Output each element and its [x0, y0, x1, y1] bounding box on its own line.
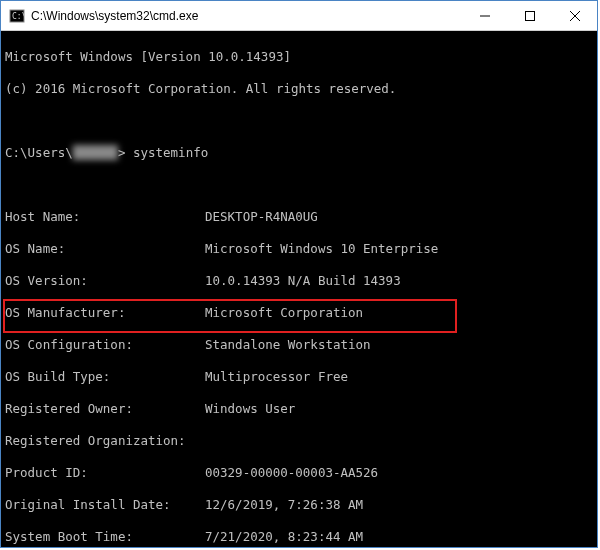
- window-title: C:\Windows\system32\cmd.exe: [31, 9, 462, 23]
- window-controls: [462, 1, 597, 30]
- label-original-install: Original Install Date:: [5, 497, 205, 513]
- row-system-boot: System Boot Time:7/21/2020, 8:23:44 AM: [5, 529, 593, 545]
- row-registered-org: Registered Organization:: [5, 433, 593, 449]
- value-system-boot: 7/21/2020, 8:23:44 AM: [205, 529, 593, 545]
- value-os-manufacturer: Microsoft Corporation: [205, 305, 593, 321]
- row-os-build-type: OS Build Type:Multiprocessor Free: [5, 369, 593, 385]
- titlebar[interactable]: C:\ C:\Windows\system32\cmd.exe: [1, 1, 597, 31]
- label-os-name: OS Name:: [5, 241, 205, 257]
- prompt-user-hidden: ██████: [73, 145, 118, 160]
- prompt-suffix: >: [118, 145, 133, 160]
- svg-text:C:\: C:\: [12, 12, 25, 21]
- minimize-button[interactable]: [462, 1, 507, 30]
- row-os-configuration: OS Configuration:Standalone Workstation: [5, 337, 593, 353]
- label-host-name: Host Name:: [5, 209, 205, 225]
- value-registered-org: [205, 433, 593, 449]
- row-os-version: OS Version:10.0.14393 N/A Build 14393: [5, 273, 593, 289]
- label-product-id: Product ID:: [5, 465, 205, 481]
- label-registered-org: Registered Organization:: [5, 433, 205, 449]
- blank-line: [5, 177, 593, 193]
- row-product-id: Product ID:00329-00000-00003-AA526: [5, 465, 593, 481]
- command-text: systeminfo: [133, 145, 208, 160]
- blank-line: [5, 113, 593, 129]
- value-registered-owner: Windows User: [205, 401, 593, 417]
- header-line-2: (c) 2016 Microsoft Corporation. All righ…: [5, 81, 593, 97]
- label-registered-owner: Registered Owner:: [5, 401, 205, 417]
- value-product-id: 00329-00000-00003-AA526: [205, 465, 593, 481]
- label-os-version: OS Version:: [5, 273, 205, 289]
- label-os-manufacturer: OS Manufacturer:: [5, 305, 205, 321]
- prompt-prefix: C:\Users\: [5, 145, 73, 160]
- row-host-name: Host Name:DESKTOP-R4NA0UG: [5, 209, 593, 225]
- label-system-boot: System Boot Time:: [5, 529, 205, 545]
- value-os-version: 10.0.14393 N/A Build 14393: [205, 273, 593, 289]
- value-os-configuration: Standalone Workstation: [205, 337, 593, 353]
- row-original-install: Original Install Date:12/6/2019, 7:26:38…: [5, 497, 593, 513]
- prompt-line: C:\Users\██████> systeminfo: [5, 145, 593, 161]
- row-os-manufacturer: OS Manufacturer:Microsoft Corporation: [5, 305, 593, 321]
- label-os-configuration: OS Configuration:: [5, 337, 205, 353]
- value-host-name: DESKTOP-R4NA0UG: [205, 209, 593, 225]
- label-os-build-type: OS Build Type:: [5, 369, 205, 385]
- value-os-name: Microsoft Windows 10 Enterprise: [205, 241, 593, 257]
- cmd-window: C:\ C:\Windows\system32\cmd.exe Microsof…: [0, 0, 598, 548]
- svg-rect-3: [525, 11, 534, 20]
- cmd-icon: C:\: [9, 8, 25, 24]
- header-line-1: Microsoft Windows [Version 10.0.14393]: [5, 49, 593, 65]
- row-registered-owner: Registered Owner:Windows User: [5, 401, 593, 417]
- value-original-install: 12/6/2019, 7:26:38 AM: [205, 497, 593, 513]
- value-os-build-type: Multiprocessor Free: [205, 369, 593, 385]
- row-os-name: OS Name:Microsoft Windows 10 Enterprise: [5, 241, 593, 257]
- maximize-button[interactable]: [507, 1, 552, 30]
- terminal-output[interactable]: Microsoft Windows [Version 10.0.14393] (…: [1, 31, 597, 547]
- close-button[interactable]: [552, 1, 597, 30]
